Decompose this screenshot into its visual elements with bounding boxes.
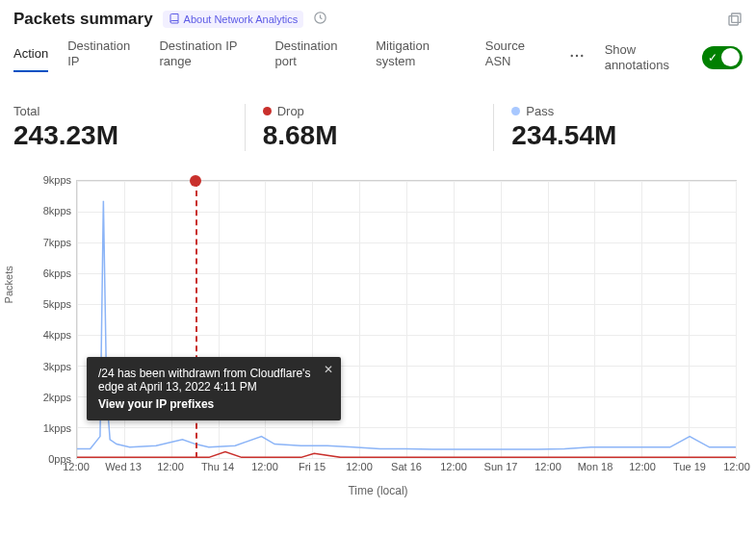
x-tick: 12:00 [440, 461, 467, 472]
page-title: Packets summary [13, 10, 153, 29]
stat-drop-label: Drop [277, 104, 304, 118]
y-tick: 9kpps [43, 174, 71, 186]
x-tick: Mon 18 [578, 461, 613, 472]
y-tick: 2kpps [43, 392, 71, 403]
annotation-tooltip: ✕/24 has been withdrawn from Cloudflare'… [87, 357, 341, 420]
popout-icon[interactable] [727, 12, 743, 27]
x-tick: 12:00 [346, 461, 373, 472]
dot-icon [263, 107, 272, 115]
about-badge[interactable]: About Network Analytics [163, 11, 304, 28]
y-tick: 6kpps [43, 267, 71, 279]
stat-pass: Pass 234.54M [493, 104, 743, 151]
about-label: About Network Analytics [184, 13, 299, 25]
stats-row: Total 243.23M Drop 8.68M Pass 234.54M [0, 90, 756, 155]
x-tick: Thu 14 [201, 461, 234, 472]
svg-rect-1 [732, 13, 741, 22]
stat-total: Total 243.23M [13, 104, 245, 151]
y-tick: 1kpps [43, 422, 71, 434]
x-tick: Sat 16 [391, 461, 422, 472]
toggle-knob [721, 48, 740, 66]
x-tick: 12:00 [63, 461, 90, 472]
svg-point-5 [581, 55, 583, 57]
more-tabs-icon[interactable] [568, 47, 586, 67]
annotation-dot[interactable] [190, 175, 201, 187]
tab-destination-ip[interactable]: Destination IP [67, 35, 140, 80]
tab-action[interactable]: Action [13, 42, 48, 73]
x-tick: 12:00 [534, 461, 561, 472]
dot-icon [511, 107, 520, 115]
tab-destination-ip-range[interactable]: Destination IP range [159, 35, 255, 80]
x-tick: Fri 15 [299, 461, 326, 472]
close-icon[interactable]: ✕ [324, 363, 333, 376]
y-tick: 8kpps [43, 205, 71, 216]
annotations-toggle[interactable]: ✓ [702, 46, 743, 69]
x-tick: Wed 13 [105, 461, 142, 472]
svg-point-3 [570, 55, 572, 57]
tooltip-link[interactable]: View your IP prefixes [98, 397, 329, 411]
y-tick: 7kpps [43, 237, 71, 248]
stat-drop-value: 8.68M [263, 120, 494, 151]
svg-point-4 [575, 55, 577, 57]
chart: Packets Time (local) 0pps1kpps2kpps3kpps… [13, 172, 743, 499]
tooltip-text: /24 has been withdrawn from Cloudflare's… [98, 367, 329, 394]
stat-pass-value: 234.54M [511, 120, 743, 151]
x-tick: Sun 17 [484, 461, 518, 472]
x-tick: 12:00 [157, 461, 184, 472]
stat-total-value: 243.23M [13, 120, 245, 151]
stat-total-label: Total [13, 104, 245, 118]
clock-icon[interactable] [313, 11, 327, 28]
x-axis-label: Time (local) [348, 484, 407, 497]
x-tick: 12:00 [251, 461, 278, 472]
stat-pass-label: Pass [526, 104, 554, 118]
tabs-bar: Action Destination IP Destination IP ran… [0, 35, 756, 90]
series-drop [77, 452, 736, 458]
y-tick: 3kpps [43, 361, 71, 372]
check-icon: ✓ [708, 51, 717, 64]
tab-mitigation-system[interactable]: Mitigation system [376, 35, 465, 80]
tab-destination-port[interactable]: Destination port [274, 35, 356, 80]
x-tick: 12:00 [723, 461, 750, 472]
tab-source-asn[interactable]: Source ASN [485, 35, 549, 80]
x-tick: 12:00 [629, 461, 656, 472]
svg-rect-2 [729, 16, 738, 25]
stat-drop: Drop 8.68M [245, 104, 494, 151]
y-axis-label: Packets [3, 266, 14, 303]
y-tick: 4kpps [43, 329, 71, 341]
book-icon [169, 13, 180, 26]
y-tick: 5kpps [43, 298, 71, 310]
x-tick: Tue 19 [673, 461, 706, 472]
show-annotations-label: Show annotations [605, 38, 694, 76]
